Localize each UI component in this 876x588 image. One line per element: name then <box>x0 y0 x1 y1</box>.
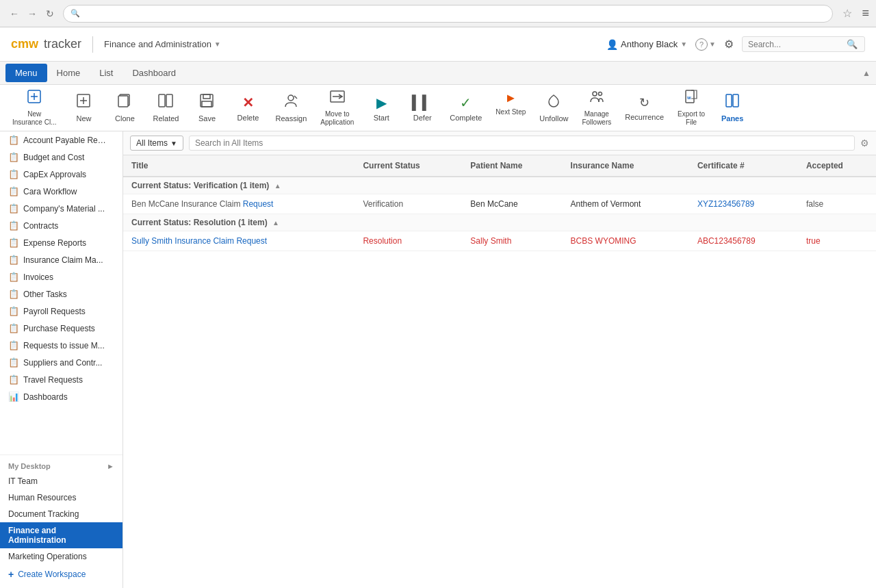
svg-rect-8 <box>159 94 165 107</box>
user-info[interactable]: 👤 Anthony Black ▼ <box>606 39 687 50</box>
row-insurance[interactable]: BCBS WYOMING <box>563 231 689 251</box>
new-insurance-icon <box>27 89 42 107</box>
new-label: New <box>76 114 91 123</box>
sidebar-item-label: Contracts <box>23 221 106 231</box>
sidebar-item-payroll[interactable]: 📋 Payroll Requests ⚙ <box>0 303 123 320</box>
row-title: Ben McCane Insurance Claim Request <box>123 194 355 214</box>
related-button[interactable]: Related <box>145 90 186 125</box>
filter-dropdown[interactable]: All Items ▼ <box>130 136 183 151</box>
list-search-input[interactable] <box>195 138 849 148</box>
sidebar-item-suppliers[interactable]: 📋 Suppliers and Contr... ⚙ <box>0 354 123 371</box>
export-icon: W <box>684 89 699 107</box>
sidebar-item-cara-workflow[interactable]: 📋 Cara Workflow ⚙ <box>0 183 123 200</box>
row-certificate[interactable]: XYZ123456789 <box>689 194 798 214</box>
col-patient: Patient Name <box>462 155 562 177</box>
next-step-button[interactable]: ► Next Step <box>489 88 532 127</box>
sidebar-item-icon: 📋 <box>8 306 19 316</box>
sidebar-item-label: Suppliers and Contr... <box>23 358 106 368</box>
row-certificate[interactable]: ABC123456789 <box>689 231 798 251</box>
tab-menu[interactable]: Menu <box>5 64 47 82</box>
new-insurance-button[interactable]: NewInsurance Cl... <box>5 86 63 129</box>
browser-menu-icon[interactable]: ≡ <box>862 6 869 21</box>
filter-chevron-icon: ▼ <box>170 140 177 147</box>
export-label: Export toFile <box>678 110 705 127</box>
sidebar-item-invoices[interactable]: 📋 Invoices ⚙ <box>0 268 123 285</box>
save-button[interactable]: Save <box>186 90 227 125</box>
panes-button[interactable]: Panes <box>712 90 753 125</box>
reassign-button[interactable]: Reassign <box>268 90 313 125</box>
list-search[interactable] <box>189 136 855 151</box>
defer-button[interactable]: ▍▍ Defer <box>402 92 443 125</box>
sidebar-item-label: Expense Reports <box>23 238 106 248</box>
sidebar-item-label: Insurance Claim Ma... <box>23 255 106 265</box>
svg-rect-7 <box>118 96 128 107</box>
recurrence-button[interactable]: ↻ Recurrence <box>618 92 671 124</box>
group-verification-label[interactable]: Current Status: Verification (1 item) ▲ <box>123 177 876 194</box>
create-workspace-button[interactable]: + Create Workspace <box>0 565 123 584</box>
list-settings-icon[interactable]: ⚙ <box>860 138 869 149</box>
sidebar-item-other-tasks[interactable]: 📋 Other Tasks ⚙ <box>0 285 123 303</box>
address-bar[interactable]: 🔍 <box>63 5 833 23</box>
workspace-name: Finance and Administration <box>104 39 211 49</box>
sidebar-item-capex[interactable]: 📋 CapEx Approvals ⚙ <box>0 166 123 183</box>
workspace-selector[interactable]: Finance and Administration ▼ <box>104 39 221 49</box>
browser-nav-buttons: ← → ↻ <box>7 6 57 21</box>
row-accepted: false <box>798 194 876 214</box>
save-label: Save <box>198 114 216 123</box>
group-resolution-toggle-icon[interactable]: ▲ <box>272 219 279 227</box>
help-button[interactable]: ? ▼ <box>695 38 716 51</box>
bookmark-icon[interactable]: ☆ <box>842 7 852 20</box>
reassign-label: Reassign <box>275 114 307 123</box>
nav-collapse-icon[interactable]: ▲ <box>862 68 871 78</box>
sidebar-item-companys-material[interactable]: 📋 Company's Material ... ⚙ <box>0 200 123 217</box>
svg-line-14 <box>294 96 297 99</box>
sidebar-item-budget-cost[interactable]: 📋 Budget and Cost ⚙ <box>0 149 123 166</box>
move-to-app-button[interactable]: Move toApplication <box>313 86 361 129</box>
start-button[interactable]: ▶ Start <box>361 92 402 125</box>
delete-button[interactable]: ✕ Delete <box>227 92 268 125</box>
settings-button[interactable]: ⚙ <box>724 38 734 51</box>
svg-point-18 <box>598 92 602 96</box>
group-verification-toggle-icon[interactable]: ▲ <box>274 182 281 190</box>
sidebar-item-label: CapEx Approvals <box>23 170 106 179</box>
sidebar-item-purchase-requests[interactable]: 📋 Purchase Requests ⚙ <box>0 320 123 337</box>
complete-button[interactable]: ✓ Complete <box>443 92 489 125</box>
header-search[interactable]: 🔍 <box>742 36 865 52</box>
clone-button[interactable]: Clone <box>104 90 145 125</box>
sidebar-item-contracts[interactable]: 📋 Contracts ⚙ <box>0 217 123 234</box>
tab-list[interactable]: List <box>90 64 123 82</box>
new-button[interactable]: New <box>63 90 104 125</box>
workspace-finance-admin[interactable]: Finance and Administration <box>0 522 123 548</box>
row-accepted: true <box>798 231 876 251</box>
row-title-link[interactable]: Sully Smith Insurance Claim Request <box>131 236 267 246</box>
sidebar-item-icon: 📋 <box>8 323 19 333</box>
workspace-document-tracking[interactable]: Document Tracking <box>0 506 123 522</box>
sidebar-item-expense-reports[interactable]: 📋 Expense Reports ⚙ <box>0 234 123 251</box>
sidebar-item-insurance-claim[interactable]: 📋 Insurance Claim Ma... ⚙ <box>0 251 123 268</box>
group-resolution-label[interactable]: Current Status: Resolution (1 item) ▲ <box>123 214 876 231</box>
header-search-input[interactable] <box>748 40 844 49</box>
workspace-marketing-ops[interactable]: Marketing Operations <box>0 548 123 565</box>
content-area: All Items ▼ ⚙ Title Current Status Patie… <box>123 131 876 588</box>
my-desktop-arrow[interactable]: ► <box>107 462 114 470</box>
row-title-link[interactable]: Request <box>243 199 274 209</box>
new-insurance-label: NewInsurance Cl... <box>12 110 56 127</box>
workspace-it-team[interactable]: IT Team <box>0 473 123 489</box>
sidebar-item-dashboards[interactable]: 📊 Dashboards ⚙ <box>0 388 123 405</box>
export-button[interactable]: W Export toFile <box>671 86 712 129</box>
unfollow-button[interactable]: Unfollow <box>532 90 575 125</box>
workspace-human-resources[interactable]: Human Resources <box>0 489 123 506</box>
recurrence-label: Recurrence <box>625 113 664 121</box>
sidebar-item-account-payable[interactable]: 📋 Account Payable Req... ⚙ <box>0 131 123 149</box>
next-step-label: Next Step <box>495 108 526 125</box>
back-button[interactable]: ← <box>7 6 22 21</box>
tab-home[interactable]: Home <box>47 64 90 82</box>
forward-button[interactable]: → <box>25 6 40 21</box>
sidebar-item-requests-issue[interactable]: 📋 Requests to issue M... ⚙ <box>0 337 123 354</box>
manage-followers-button[interactable]: ManageFollowers <box>575 86 618 129</box>
unfollow-label: Unfollow <box>539 114 568 123</box>
sidebar-item-travel-requests[interactable]: 📋 Travel Requests ⚙ <box>0 371 123 388</box>
col-accepted: Accepted <box>798 155 876 177</box>
reload-button[interactable]: ↻ <box>42 6 57 21</box>
tab-dashboard[interactable]: Dashboard <box>123 64 185 82</box>
